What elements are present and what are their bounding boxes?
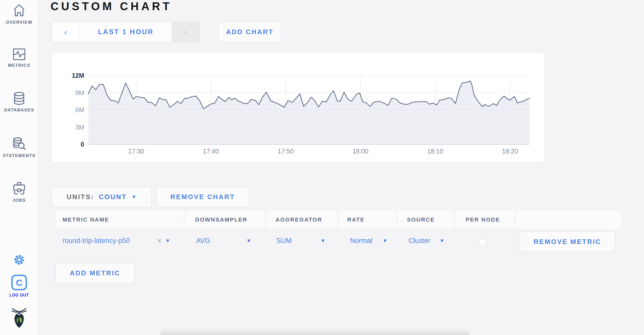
metrics-icon — [0, 47, 38, 61]
metric-name-value[interactable]: round-trip-latency-p50 — [63, 237, 130, 245]
y-tick-label: 12M — [72, 72, 84, 79]
caret-down-icon[interactable]: ▼ — [165, 238, 170, 244]
rate-value: Normal — [350, 237, 372, 245]
series-area — [88, 81, 529, 144]
sidebar-item-databases[interactable]: DATABASES — [0, 91, 38, 113]
column-header-source: SOURCE — [398, 211, 453, 229]
aggregator-value: SUM — [276, 237, 292, 245]
x-tick-label: 18:20 — [502, 148, 518, 155]
home-icon — [0, 3, 38, 18]
sidebar-item-label: JOBS — [0, 198, 38, 203]
remove-chart-button[interactable]: REMOVE CHART — [156, 187, 249, 207]
column-header-aggregator: AGGREGATOR — [266, 211, 337, 229]
column-header-rate: RATE — [339, 211, 396, 229]
x-tick-label: 17:50 — [278, 148, 294, 155]
x-tick-label: 17:30 — [128, 148, 144, 155]
y-tick-label: 0 — [81, 141, 84, 148]
sidebar-item-jobs[interactable]: JOBS — [0, 181, 38, 203]
aggregator-caret[interactable]: ▼ — [320, 229, 326, 252]
sidebar: OVERVIEW METRICS DATABASES — [0, 0, 38, 335]
logout-label: LOG OUT — [0, 293, 38, 298]
x-tick-label: 18:00 — [352, 148, 368, 155]
svg-text:C: C — [16, 278, 22, 288]
remove-metric-button[interactable]: REMOVE METRIC — [520, 231, 615, 252]
sidebar-item-overview[interactable]: OVERVIEW — [0, 3, 38, 25]
sidebar-item-label: METRICS — [0, 63, 38, 68]
sidebar-item-statements[interactable]: STATEMENTS — [0, 136, 38, 158]
sidebar-item-label: DATABASES — [0, 108, 38, 113]
cockroach-bug-icon — [0, 308, 38, 329]
caret-down-icon: ▼ — [131, 194, 137, 200]
caret-down-icon: ▼ — [246, 238, 251, 244]
cockroach-c-icon: C — [0, 274, 38, 291]
caret-down-icon: ▼ — [382, 238, 388, 244]
custom-chart-panel: 03M6M9M12M17:3017:4017:5018:0018:1018:20 — [52, 52, 544, 162]
timeseries-chart: 03M6M9M12M17:3017:4017:5018:0018:1018:20 — [52, 53, 545, 162]
downsampler-value: AVG — [196, 237, 210, 245]
statements-icon — [0, 136, 38, 152]
add-chart-button[interactable]: ADD CHART — [218, 22, 281, 42]
time-range-value[interactable]: LAST 1 HOUR — [80, 22, 172, 42]
per-node-checkbox[interactable] — [479, 239, 486, 246]
chevron-right-icon: › — [184, 27, 187, 37]
cockroachdb-logo — [0, 308, 38, 329]
gear-icon — [0, 253, 38, 266]
rate-dropdown[interactable]: Normal ▼ — [350, 229, 388, 252]
page-title: CUSTOM CHART — [51, 0, 172, 13]
caret-down-icon: ▼ — [440, 238, 445, 244]
briefcase-icon — [0, 181, 38, 196]
clear-metric-icon[interactable]: × — [157, 236, 162, 245]
y-tick-label: 6M — [75, 106, 84, 113]
database-icon — [0, 91, 38, 106]
x-tick-label: 17:40 — [203, 148, 219, 155]
time-range-prev-button[interactable]: ‹ — [52, 22, 80, 42]
sidebar-item-metrics[interactable]: METRICS — [0, 47, 38, 68]
column-header-downsampler: DOWNSAMPLER — [185, 211, 265, 229]
settings-button[interactable] — [0, 253, 38, 266]
caret-down-icon: ▼ — [320, 238, 326, 244]
y-tick-label: 9M — [75, 89, 84, 96]
sidebar-item-label: OVERVIEW — [0, 20, 38, 25]
column-header-actions — [516, 211, 621, 229]
downsampler-caret[interactable]: ▼ — [246, 229, 251, 252]
table-row-metric-name[interactable]: round-trip-latency-p50 — [63, 229, 130, 252]
units-value: COUNT — [99, 193, 127, 201]
source-value: Cluster — [408, 237, 430, 245]
time-range-next-button[interactable]: › — [172, 22, 200, 42]
aggregator-dropdown[interactable]: SUM — [276, 229, 292, 252]
chevron-left-icon: ‹ — [64, 27, 67, 37]
y-tick-label: 3M — [75, 124, 84, 131]
window-bottom-shadow — [160, 329, 469, 335]
column-header-per-node: PER NODE — [455, 211, 514, 229]
logout-button[interactable]: C LOG OUT — [0, 274, 38, 298]
x-tick-label: 18:10 — [427, 148, 443, 155]
units-dropdown[interactable]: UNITS: COUNT ▼ — [52, 187, 152, 207]
source-dropdown[interactable]: Cluster ▼ — [408, 229, 444, 252]
sidebar-item-label: STATEMENTS — [0, 153, 38, 158]
add-metric-button[interactable]: ADD METRIC — [55, 263, 135, 283]
units-label: UNITS: — [67, 193, 94, 201]
metric-clear-control: × ▼ — [157, 229, 170, 252]
time-range-selector: ‹ LAST 1 HOUR › — [52, 22, 200, 42]
downsampler-dropdown[interactable]: AVG — [196, 229, 210, 252]
column-header-metric-name: METRIC NAME — [55, 211, 183, 229]
